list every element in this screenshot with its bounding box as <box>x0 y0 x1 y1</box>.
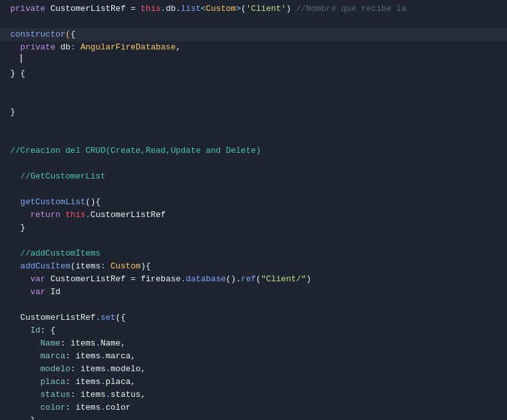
method-call: set <box>100 311 115 324</box>
paren: ( <box>71 260 76 273</box>
code-line <box>0 132 507 144</box>
identifier: Id <box>50 286 60 299</box>
operator: = <box>125 3 140 15</box>
identifier: firebase <box>141 273 181 286</box>
property-name: Id <box>30 324 40 337</box>
dot: . <box>100 401 105 414</box>
method-call: list <box>181 3 200 15</box>
paren-close: ) <box>306 273 311 286</box>
identifier: items <box>75 401 100 414</box>
operator: = <box>125 273 140 286</box>
identifier: db <box>166 3 176 15</box>
return-keyword: return <box>30 209 66 222</box>
identifier: CustomerListRef <box>21 311 96 324</box>
dot: . <box>100 376 105 389</box>
identifier: items <box>71 337 96 350</box>
indent <box>10 286 30 299</box>
comma: , <box>121 337 126 350</box>
dot: . <box>176 3 181 15</box>
code-line <box>0 157 507 170</box>
paren-close: ) <box>286 3 296 15</box>
code-line: var Id <box>0 286 507 299</box>
indent <box>10 311 21 324</box>
dot: . <box>161 3 166 15</box>
code-editor: private CustomerListRef = this.db.list<C… <box>0 0 507 420</box>
property-access: Name <box>100 337 120 350</box>
comment: //GetCustomerList <box>10 170 105 183</box>
dot: . <box>105 363 111 376</box>
code-line: getCustomList(){ <box>0 196 507 209</box>
code-line: status: items.status, <box>0 389 507 401</box>
indent <box>10 196 21 209</box>
comma: , <box>175 41 181 54</box>
this-keyword: this <box>141 3 161 15</box>
code-line <box>0 183 507 196</box>
code-line: Name: items.Name, <box>0 337 507 350</box>
identifier: items <box>80 363 105 376</box>
string-literal: "Client/" <box>261 273 306 286</box>
indent <box>10 273 30 286</box>
property-access: modelo <box>111 363 141 376</box>
paren: ( <box>256 273 261 286</box>
code-line <box>0 234 507 247</box>
code-line <box>0 15 507 28</box>
colon: : <box>60 337 71 350</box>
colon: : <box>66 401 76 414</box>
code-line: var CustomerListRef = firebase.database(… <box>0 273 507 286</box>
code-line: Id: { <box>0 324 507 337</box>
property-name: modelo <box>40 363 71 376</box>
colon: : <box>71 363 81 376</box>
colon: : <box>66 350 76 363</box>
indent <box>10 363 40 376</box>
indent <box>10 260 21 273</box>
indent <box>10 324 30 337</box>
code-line <box>0 80 507 93</box>
brace: { <box>71 28 76 41</box>
param-name: items <box>75 260 100 273</box>
var-keyword: var <box>30 273 50 286</box>
dot: . <box>181 273 186 286</box>
paren: ( <box>66 28 71 41</box>
code-line: } <box>0 222 507 234</box>
indent <box>10 350 40 363</box>
code-line <box>0 299 507 311</box>
dot: . <box>105 389 111 401</box>
method-name: addCusItem <box>21 260 71 273</box>
colon: : <box>71 389 81 401</box>
method-call: ref <box>241 273 256 286</box>
indent <box>10 55 21 67</box>
colon: : <box>71 41 81 54</box>
code-line: } <box>0 414 507 421</box>
text-cursor <box>21 54 22 63</box>
constructor-keyword: constructor <box>10 28 66 41</box>
property-access: marca <box>105 350 130 363</box>
code-line: } <box>0 106 507 119</box>
method-body: (){ <box>85 196 100 209</box>
property-name: Name <box>40 337 60 350</box>
brace-open: ({ <box>116 311 126 324</box>
colon-brace: : { <box>40 324 55 337</box>
code-line <box>0 119 507 132</box>
call-chain: (). <box>226 273 241 286</box>
brace-close: } <box>10 106 15 119</box>
indent <box>10 401 40 414</box>
code-line: private CustomerListRef = this.db.list<C… <box>0 3 507 15</box>
code-line: CustomerListRef.set({ <box>0 311 507 324</box>
comment: //Nombre que recibe la <box>296 3 407 15</box>
identifier: CustomerListRef <box>50 273 125 286</box>
comma: , <box>130 376 136 389</box>
identifier: CustomerListRef <box>50 3 125 15</box>
indent: } <box>10 222 25 234</box>
string-literal: 'Client' <box>246 3 286 15</box>
code-line: //addCustomItems <box>0 247 507 260</box>
generic-close: > <box>236 3 241 15</box>
property-name: color <box>40 401 66 414</box>
paren-open: ( <box>241 3 246 15</box>
method-call: database <box>186 273 226 286</box>
property-name: marca <box>40 350 66 363</box>
code-line: //Creacion del CRUD(Create,Read,Update a… <box>0 144 507 157</box>
comment: //Creacion del CRUD(Create,Read,Update a… <box>10 144 261 157</box>
code-line: return this.CustomerListRef <box>0 209 507 222</box>
indent: } <box>10 414 35 421</box>
code-line: private db: AngularFireDatabase, <box>0 41 507 54</box>
